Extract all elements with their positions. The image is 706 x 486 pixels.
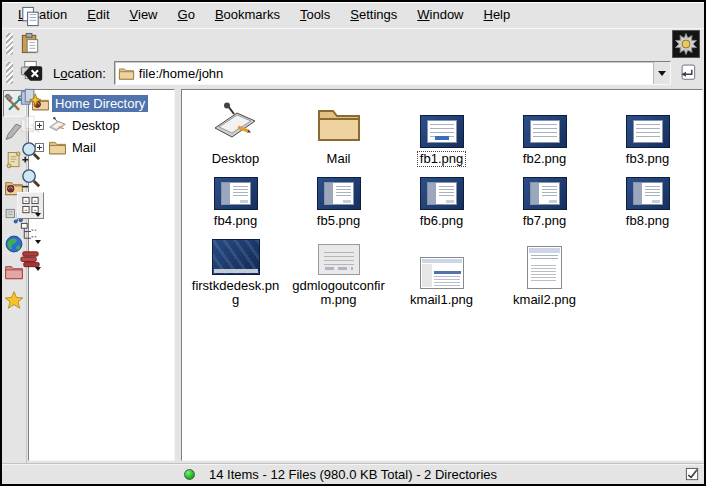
tree-item-label[interactable]: Desktop	[69, 117, 123, 134]
zoom-out-button[interactable]	[17, 165, 44, 192]
menu-help[interactable]: Help	[474, 3, 521, 27]
folder-icon	[48, 138, 67, 157]
desktop-icon	[48, 116, 67, 135]
tree-item-label[interactable]: Mail	[69, 139, 99, 156]
image-thumbnail	[626, 115, 670, 148]
folder-icon	[315, 100, 363, 148]
file-label[interactable]: kmail1.png	[407, 292, 476, 308]
paste-button[interactable]	[17, 30, 44, 57]
kde-gear-icon[interactable]	[672, 30, 700, 58]
file-item[interactable]: fb3.png	[623, 100, 672, 167]
menu-go[interactable]: Go	[168, 3, 205, 27]
paste-icon	[19, 32, 42, 55]
panels-star-button[interactable]	[17, 84, 44, 111]
file-label[interactable]: Desktop	[209, 151, 263, 167]
folder-tree-panel: Home DirectoryDesktopMail	[28, 89, 175, 461]
menu-tools[interactable]: Tools	[290, 3, 340, 27]
file-label[interactable]: fb2.png	[520, 151, 569, 167]
status-text: 14 Items - 12 Files (980.0 KB Total) - 2…	[209, 467, 671, 482]
file-item[interactable]: Desktop	[209, 100, 263, 167]
scissors-icon	[19, 0, 42, 1]
menu-window[interactable]: Window	[407, 3, 473, 27]
image-thumbnail	[523, 115, 567, 148]
file-item[interactable]: Mail	[315, 100, 363, 167]
desktop-icon	[211, 100, 259, 148]
menu-edit[interactable]: Edit	[77, 3, 119, 27]
image-thumbnail	[420, 115, 464, 148]
image-thumbnail	[420, 257, 464, 289]
file-item[interactable]: fb5.png	[314, 177, 363, 229]
file-item[interactable]: fb2.png	[520, 100, 569, 167]
status-led-icon	[184, 469, 195, 480]
menu-bar: LocationEditViewGoBookmarksToolsSettings…	[2, 2, 704, 28]
main-toolbar	[2, 28, 704, 58]
file-item[interactable]: kmail1.png	[407, 239, 476, 308]
star-icon	[4, 290, 24, 310]
file-item[interactable]: fb4.png	[211, 177, 260, 229]
image-thumbnail	[420, 177, 464, 210]
file-label[interactable]: fb3.png	[623, 151, 672, 167]
location-combobox[interactable]: file:/home/john	[114, 61, 671, 85]
copy-icon	[19, 5, 42, 28]
go-button[interactable]	[675, 61, 700, 86]
menu-bookmarks[interactable]: Bookmarks	[205, 3, 290, 27]
locationbar-grip[interactable]	[6, 62, 13, 84]
main-area: Home DirectoryDesktopMail DesktopMailfb1…	[2, 88, 704, 463]
file-item[interactable]: kmail2.png	[510, 239, 579, 308]
file-label[interactable]: fb6.png	[417, 213, 466, 229]
file-item[interactable]: firstkdedesk.png	[186, 239, 286, 308]
file-label[interactable]: firstkdedesk.png	[186, 278, 286, 308]
clear-location-icon[interactable]	[21, 61, 45, 85]
location-dropdown-arrow-icon[interactable]	[653, 62, 670, 84]
image-thumbnail	[317, 177, 361, 210]
image-thumbnail	[214, 177, 258, 210]
file-label[interactable]: gdmlogoutconfirm.png	[289, 278, 389, 308]
image-thumbnail	[527, 246, 562, 289]
file-label[interactable]: fb8.png	[623, 213, 672, 229]
file-item[interactable]: fb8.png	[623, 177, 672, 229]
image-thumbnail	[626, 177, 670, 210]
sidebar-tab-bookmarks[interactable]	[3, 286, 26, 313]
location-toolbar: Location: file:/home/john	[2, 58, 704, 88]
tree-expander-icon[interactable]	[35, 143, 44, 152]
tree-expander-icon[interactable]	[35, 121, 44, 130]
status-bar: 14 Items - 12 Files (980.0 KB Total) - 2…	[2, 463, 704, 484]
tree-item-label[interactable]: Home Directory	[52, 95, 148, 112]
zoom-out-icon	[19, 167, 42, 190]
file-item[interactable]: fb7.png	[520, 177, 569, 229]
file-item[interactable]: gdmlogoutconfirm.png	[289, 239, 389, 308]
image-thumbnail	[523, 177, 567, 210]
konqueror-window: LocationEditViewGoBookmarksToolsSettings…	[0, 0, 706, 486]
file-icon-view[interactable]: DesktopMailfb1.pngfb2.pngfb3.pngfb4.pngf…	[181, 89, 703, 461]
tree-view-button[interactable]	[17, 219, 44, 246]
dropdown-arrow-icon[interactable]	[35, 240, 41, 244]
panels-star-icon	[19, 86, 42, 109]
toolbar-grip[interactable]	[6, 33, 13, 55]
tree-item-home-directory[interactable]: Home Directory	[31, 92, 174, 114]
file-item[interactable]: fb1.png	[417, 100, 466, 167]
file-label[interactable]: fb7.png	[520, 213, 569, 229]
dropdown-arrow-icon[interactable]	[35, 213, 41, 217]
location-label: Location:	[49, 66, 110, 81]
image-thumbnail	[212, 239, 260, 275]
dropdown-arrow-icon[interactable]	[35, 267, 41, 271]
icon-view-button[interactable]	[17, 192, 44, 219]
tree-item-desktop[interactable]: Desktop	[31, 114, 174, 136]
menu-settings[interactable]: Settings	[340, 3, 407, 27]
menu-view[interactable]: View	[120, 3, 168, 27]
folder-icon	[118, 65, 139, 82]
location-input[interactable]: file:/home/john	[139, 66, 653, 81]
file-label[interactable]: fb4.png	[211, 213, 260, 229]
file-label[interactable]: fb1.png	[417, 151, 466, 167]
tree-item-mail[interactable]: Mail	[31, 136, 174, 158]
file-item[interactable]: fb6.png	[417, 177, 466, 229]
file-label[interactable]: fb5.png	[314, 213, 363, 229]
statusbar-flag-icon[interactable]	[685, 467, 700, 482]
list-view-button[interactable]	[17, 246, 44, 273]
file-label[interactable]: Mail	[324, 151, 354, 167]
image-thumbnail	[318, 244, 360, 275]
file-label[interactable]: kmail2.png	[510, 292, 579, 308]
copy-button[interactable]	[17, 3, 44, 30]
